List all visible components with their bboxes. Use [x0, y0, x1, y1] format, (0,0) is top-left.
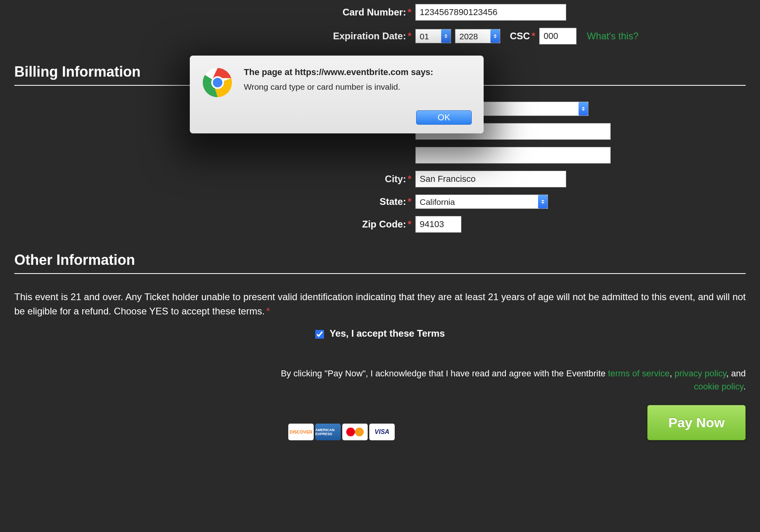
accepted-cards: DISCOVER AMERICAN EXPRESS VISA — [288, 424, 395, 440]
discover-card-icon: DISCOVER — [288, 424, 314, 440]
alert-message: Wrong card type or card number is invali… — [244, 82, 433, 92]
zip-label: Zip Code:* — [14, 219, 415, 230]
chevron-updown-icon — [490, 29, 500, 43]
privacy-link[interactable]: privacy policy — [675, 368, 726, 378]
age-terms-text: This event is 21 and over. Any Ticket ho… — [14, 290, 746, 318]
whats-this-link[interactable]: What's this? — [587, 31, 638, 42]
accept-terms-label[interactable]: Yes, I accept these Terms — [315, 328, 445, 339]
expiration-date-label: Expiration Date:* — [14, 31, 415, 42]
acknowledgement-text: By clicking "Pay Now", I acknowledge tha… — [14, 367, 746, 393]
svg-point-2 — [213, 78, 222, 87]
state-select[interactable]: California — [415, 195, 548, 209]
billing-address2-input[interactable] — [415, 147, 611, 164]
exp-year-select[interactable]: 2028 — [455, 29, 500, 43]
chevron-updown-icon — [579, 102, 588, 116]
alert-ok-button[interactable]: OK — [416, 110, 472, 125]
exp-month-select[interactable]: 01 — [415, 29, 451, 43]
csc-input[interactable] — [539, 28, 577, 44]
tos-link[interactable]: terms of service — [608, 368, 669, 378]
card-number-input[interactable] — [415, 4, 566, 21]
chrome-icon — [202, 67, 233, 98]
visa-card-icon: VISA — [369, 424, 395, 440]
chevron-updown-icon — [441, 29, 451, 43]
csc-label: CSC* — [510, 31, 535, 42]
mastercard-icon — [342, 424, 368, 440]
pay-now-button[interactable]: Pay Now — [647, 405, 746, 440]
amex-card-icon: AMERICAN EXPRESS — [315, 424, 341, 440]
other-section-title: Other Information — [14, 252, 746, 274]
city-label: City:* — [14, 173, 415, 185]
chevron-updown-icon — [538, 195, 548, 208]
city-input[interactable] — [415, 171, 566, 187]
cookie-link[interactable]: cookie policy — [694, 382, 743, 391]
card-number-label: Card Number:* — [14, 7, 415, 18]
accept-terms-checkbox[interactable] — [315, 330, 324, 339]
zip-input[interactable] — [415, 216, 461, 233]
alert-heading: The page at https://www.eventbrite.com s… — [244, 67, 433, 78]
alert-dialog: The page at https://www.eventbrite.com s… — [190, 56, 484, 133]
state-label: State:* — [14, 196, 415, 207]
